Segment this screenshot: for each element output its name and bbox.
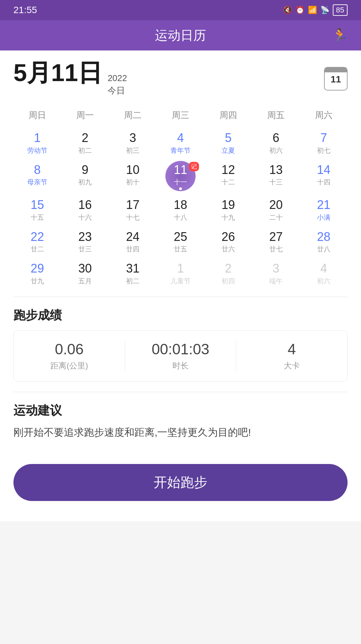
calendar-day[interactable]: 1劳动节 — [13, 127, 61, 159]
calendar-day[interactable]: 30五月 — [61, 258, 109, 290]
calendar-day[interactable]: 2初四 — [204, 258, 252, 290]
calendar-day[interactable]: 28廿八 — [300, 226, 348, 258]
running-icon: 🏃 — [332, 28, 348, 43]
weekday-tue: 周二 — [109, 107, 157, 124]
calendar-day[interactable]: 2初二 — [61, 127, 109, 159]
app-header: 运动日历 🏃 — [0, 20, 361, 50]
calendar-day[interactable]: 21小满 — [300, 194, 348, 226]
date-left: 5月11日 2022 今日 — [13, 61, 127, 97]
duration-value: 00:01:03 — [125, 341, 236, 358]
mute-icon: 🔇 — [283, 6, 292, 14]
distance-value: 0.06 — [14, 341, 125, 358]
time-display: 21:55 — [13, 5, 37, 15]
calendar-grid: 1劳动节2初二3初三4青年节5立夏6初六7初七8母亲节9初九10初十记11十一1… — [13, 127, 348, 290]
calendar-day[interactable]: 12十二 — [204, 159, 252, 194]
app-title: 运动日历 — [155, 27, 206, 44]
distance-label: 距离(公里) — [14, 360, 125, 371]
calendar-day[interactable]: 6初六 — [252, 127, 300, 159]
weekday-thu: 周四 — [204, 107, 252, 124]
calendar-day[interactable]: 24廿四 — [109, 226, 157, 258]
calendar-day[interactable]: 17十七 — [109, 194, 157, 226]
duration-label: 时长 — [125, 360, 236, 371]
calendar-day[interactable]: 7初七 — [300, 127, 348, 159]
date-header: 5月11日 2022 今日 11 — [13, 61, 348, 97]
running-section: 跑步成绩 0.06 距离(公里) 00:01:03 时长 4 大卡 — [13, 304, 348, 382]
weekday-fri: 周五 — [252, 107, 300, 124]
calendar-day[interactable]: 15十五 — [13, 194, 61, 226]
start-btn-container: 开始跑步 — [0, 451, 361, 521]
stat-distance: 0.06 距离(公里) — [14, 341, 125, 371]
calendar-day[interactable]: 16十六 — [61, 194, 109, 226]
calendar-day[interactable]: 26廿六 — [204, 226, 252, 258]
current-date: 5月11日 — [13, 61, 102, 85]
calendar-day[interactable]: 20二十 — [252, 194, 300, 226]
weekday-mon: 周一 — [61, 107, 109, 124]
calendar-day[interactable]: 19十九 — [204, 194, 252, 226]
calories-value: 4 — [236, 341, 347, 358]
calendar-day[interactable]: 27廿七 — [252, 226, 300, 258]
calendar-day[interactable]: 4初六 — [300, 258, 348, 290]
year-label: 2022 — [108, 73, 127, 83]
calendar-day[interactable]: 23廿三 — [61, 226, 109, 258]
calendar-day[interactable]: 25廿五 — [157, 226, 204, 258]
alarm-icon: ⏰ — [295, 6, 305, 14]
calendar-day[interactable]: 31初二 — [109, 258, 157, 290]
weekday-wed: 周三 — [157, 107, 204, 124]
signal-icon: 📶 — [308, 6, 317, 14]
battery-icon: 85 — [333, 4, 348, 16]
date-sub: 2022 今日 — [108, 73, 127, 97]
advice-title: 运动建议 — [13, 402, 348, 419]
stat-calories: 4 大卡 — [236, 341, 347, 371]
weekday-headers: 周日 周一 周二 周三 周四 周五 周六 — [13, 107, 348, 124]
running-title: 跑步成绩 — [13, 307, 348, 324]
main-content: 5月11日 2022 今日 11 周日 周一 周二 周三 周四 周五 周六 1劳… — [0, 50, 361, 451]
calendar-day[interactable]: 29廿九 — [13, 258, 61, 290]
weekday-sat: 周六 — [300, 107, 348, 124]
today-label: 今日 — [108, 85, 127, 97]
calendar-day[interactable]: 3初三 — [109, 127, 157, 159]
calendar-day[interactable]: 14十四 — [300, 159, 348, 194]
advice-text: 刚开始不要追求跑步速度和距离,一坚持更久为目的吧! — [13, 424, 348, 440]
stat-duration: 00:01:03 时长 — [125, 341, 236, 371]
calendar-day[interactable]: 3端午 — [252, 258, 300, 290]
calendar-day[interactable]: 记11十一 — [157, 159, 204, 194]
status-icons: 🔇 ⏰ 📶 📡 85 — [283, 4, 348, 16]
wifi-icon: 📡 — [320, 6, 329, 14]
divider-2 — [13, 392, 348, 392]
calendar-day[interactable]: 9初九 — [61, 159, 109, 194]
calendar-day[interactable]: 13十三 — [252, 159, 300, 194]
stats-box: 0.06 距离(公里) 00:01:03 时长 4 大卡 — [13, 330, 348, 382]
calendar-day[interactable]: 4青年节 — [157, 127, 204, 159]
status-bar: 21:55 🔇 ⏰ 📶 📡 85 — [0, 0, 361, 20]
calendar-day[interactable]: 5立夏 — [204, 127, 252, 159]
calendar-icon-button[interactable]: 11 — [324, 67, 348, 91]
calendar-day[interactable]: 1儿童节 — [157, 258, 204, 290]
calendar-day[interactable]: 8母亲节 — [13, 159, 61, 194]
divider-1 — [13, 296, 348, 297]
calendar-day[interactable]: 10初十 — [109, 159, 157, 194]
calendar-day[interactable]: 22廿二 — [13, 226, 61, 258]
weekday-sun: 周日 — [13, 107, 61, 124]
advice-section: 运动建议 刚开始不要追求跑步速度和距离,一坚持更久为目的吧! — [13, 399, 348, 440]
calendar-day[interactable]: 18十八 — [157, 194, 204, 226]
calories-label: 大卡 — [236, 360, 347, 371]
start-running-button[interactable]: 开始跑步 — [13, 464, 348, 501]
